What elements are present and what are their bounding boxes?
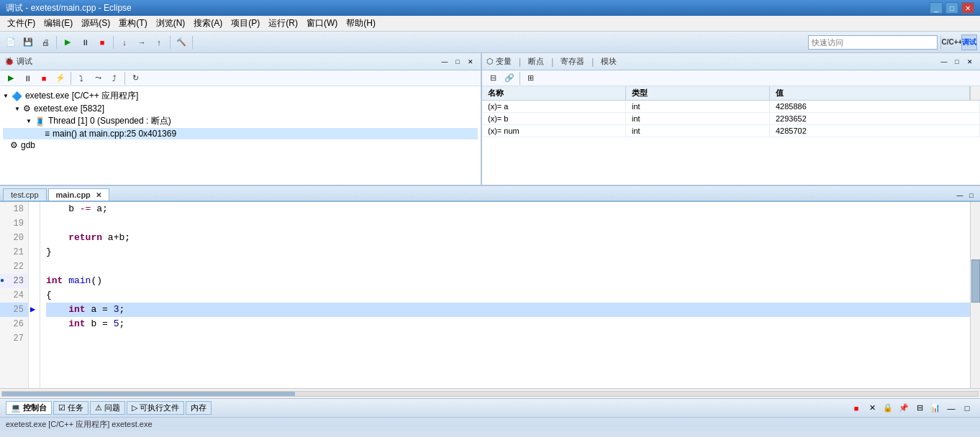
toolbar-build[interactable]: 🔨 xyxy=(173,34,189,50)
tree-item-4[interactable]: ▶ ⚙ gdb xyxy=(3,139,478,151)
vars-panel-header-left: ⬡ 变量 | 断点 | 寄存器 | 模块 xyxy=(486,56,617,67)
editor-scrollbar[interactable] xyxy=(970,202,980,388)
debug-tab[interactable]: 🐞 调试 xyxy=(4,56,32,67)
editor-scrollbar-thumb[interactable] xyxy=(971,259,980,303)
tasks-tab-label: 任务 xyxy=(68,402,83,413)
editor-content[interactable]: 18 19 20 21 22 23● 24 25 26 27 ▶ b -= a;… xyxy=(0,202,980,388)
debug-suspend[interactable]: ⏸ xyxy=(19,70,35,86)
line-num-24: 24 xyxy=(0,288,28,303)
status-layout[interactable]: ⊟ xyxy=(912,402,927,415)
debug-disconnect[interactable]: ⚡ xyxy=(53,70,68,86)
vars-row-1[interactable]: (x)= b int 2293652 xyxy=(482,113,980,125)
code-line-26: int b = 5; xyxy=(46,317,970,331)
toolbar-step-return[interactable]: ↑ xyxy=(151,34,167,50)
tree-item-1[interactable]: ▼ ⚙ exetest.exe [5832] xyxy=(3,103,478,114)
debug-panel-maximize[interactable]: □ xyxy=(452,57,463,67)
menu-search[interactable]: 搜索(A) xyxy=(189,16,227,31)
status-tab-tasks[interactable]: ☑ 任务 xyxy=(53,401,89,415)
debug-toolbar: ▶ ⏸ ■ ⚡ ⤵ ⤳ ⤴ ↻ xyxy=(0,70,481,86)
debug-step-return[interactable]: ⤴ xyxy=(106,70,122,86)
menu-source[interactable]: 源码(S) xyxy=(77,16,114,31)
editor-tab-test-cpp[interactable]: test.cpp xyxy=(3,188,47,201)
menu-file[interactable]: 文件(F) xyxy=(3,16,40,31)
tree-item-2[interactable]: ▼ 🧵 Thread [1] 0 (Suspended : 断点) xyxy=(3,114,478,128)
maximize-button[interactable]: □ xyxy=(945,2,958,14)
toolbar-debug-run[interactable]: ▶ xyxy=(60,34,76,50)
bp-tab-label: 断点 xyxy=(528,56,544,67)
status-scroll-lock[interactable]: 🔒 xyxy=(881,402,895,415)
menu-project[interactable]: 项目(P) xyxy=(227,16,264,31)
debug-drop-to-frame[interactable]: ↻ xyxy=(127,70,143,86)
debug-terminate[interactable]: ■ xyxy=(36,70,52,86)
perspective-cpp[interactable]: C/C++ xyxy=(944,34,960,50)
status-text: exetest.exe [C/C++ 应用程序] exetest.exe xyxy=(6,420,153,428)
vars-name-2: (x)= num xyxy=(482,125,626,137)
tree-label-3: main() at main.cpp:25 0x401369 xyxy=(53,129,176,139)
debug-tree: ▼ 🔷 exetest.exe [C/C++ 应用程序] ▼ ⚙ exetest… xyxy=(0,86,481,185)
vars-row-2[interactable]: (x)= num int 4285702 xyxy=(482,125,980,137)
status-stop[interactable]: ■ xyxy=(849,402,863,415)
problems-tab-label: 问题 xyxy=(104,402,120,413)
editor-hscrollbar[interactable] xyxy=(0,388,980,398)
toolbar-step-over[interactable]: → xyxy=(134,34,150,50)
code-area[interactable]: b -= a; return a+b; } int main() { int a… xyxy=(40,202,970,388)
vars-name-0: (x)= a xyxy=(482,101,626,112)
registers-tab[interactable]: 寄存器 xyxy=(561,56,584,67)
tree-label-1: exetest.exe [5832] xyxy=(34,104,104,114)
status-clear[interactable]: ✕ xyxy=(865,402,879,415)
status-pin[interactable]: 📌 xyxy=(897,402,911,415)
menu-refactor[interactable]: 重构(T) xyxy=(114,16,151,31)
tree-item-0[interactable]: ▼ 🔷 exetest.exe [C/C++ 应用程序] xyxy=(3,89,478,103)
tab-main-cpp-close[interactable]: ✕ xyxy=(96,191,101,199)
vars-value-2: 4285702 xyxy=(770,125,980,137)
breakpoints-tab[interactable]: 断点 xyxy=(528,56,544,67)
menu-run[interactable]: 运行(R) xyxy=(264,16,302,31)
vars-value-1: 2293652 xyxy=(770,113,980,124)
menu-edit[interactable]: 编辑(E) xyxy=(40,16,77,31)
menu-help[interactable]: 帮助(H) xyxy=(342,16,380,31)
line-num-22: 22 xyxy=(0,259,28,274)
minimize-button[interactable]: _ xyxy=(930,2,943,14)
menu-navigate[interactable]: 浏览(N) xyxy=(152,16,190,31)
status-tab-memory[interactable]: 内存 xyxy=(186,401,212,415)
debug-panel-minimize[interactable]: — xyxy=(439,57,450,67)
status-tab-executables[interactable]: ▷ 可执行文件 xyxy=(127,401,184,415)
status-display[interactable]: 📊 xyxy=(928,402,943,415)
editor-panel-max[interactable]: □ xyxy=(966,190,977,201)
line-num-18: 18 xyxy=(0,202,28,216)
vars-panel-minimize[interactable]: — xyxy=(938,57,950,67)
debug-step-into[interactable]: ⤵ xyxy=(73,70,89,86)
status-maximize[interactable]: □ xyxy=(960,402,974,415)
debug-panel-close[interactable]: ✕ xyxy=(465,57,476,67)
quick-access-input[interactable] xyxy=(808,35,938,50)
vars-row-0[interactable]: (x)= a int 4285886 xyxy=(482,101,980,113)
toolbar-save[interactable]: 💾 xyxy=(20,34,36,50)
toolbar-print[interactable]: 🖨 xyxy=(37,34,53,50)
perspective-debug[interactable]: 调试 xyxy=(961,34,977,50)
line-num-19: 19 xyxy=(0,216,28,231)
code-line-19 xyxy=(46,216,970,231)
vars-panel-close[interactable]: ✕ xyxy=(964,57,976,67)
vars-panel-maximize[interactable]: □ xyxy=(951,57,963,67)
vars-collapse-all[interactable]: ⊟ xyxy=(485,70,501,86)
modules-tab[interactable]: 模块 xyxy=(601,56,617,67)
vars-layout[interactable]: ⊞ xyxy=(522,70,538,86)
status-minimize[interactable]: — xyxy=(944,402,958,415)
toolbar-debug-stop[interactable]: ■ xyxy=(94,34,110,50)
toolbar-step-into[interactable]: ↓ xyxy=(117,34,132,50)
vars-link[interactable]: 🔗 xyxy=(502,70,517,86)
toolbar-sep2 xyxy=(113,36,114,49)
editor-tab-main-cpp[interactable]: main.cpp ✕ xyxy=(48,188,109,201)
toolbar-debug-pause[interactable]: ⏸ xyxy=(77,34,93,50)
toolbar-new[interactable]: 📄 xyxy=(3,34,19,50)
debug-resume[interactable]: ▶ xyxy=(3,70,19,86)
editor-panel-min[interactable]: — xyxy=(954,190,966,201)
debug-step-over[interactable]: ⤳ xyxy=(90,70,106,86)
status-tab-problems[interactable]: ⚠ 问题 xyxy=(90,401,125,415)
status-tab-console[interactable]: 💻 控制台 xyxy=(6,401,52,415)
tree-item-3[interactable]: ▶ ≡ main() at main.cpp:25 0x401369 xyxy=(3,128,478,139)
variables-tab[interactable]: ⬡ 变量 xyxy=(486,56,512,67)
close-button[interactable]: ✕ xyxy=(961,2,974,14)
vars-name-1: (x)= b xyxy=(482,113,626,124)
menu-window[interactable]: 窗口(W) xyxy=(302,16,342,31)
